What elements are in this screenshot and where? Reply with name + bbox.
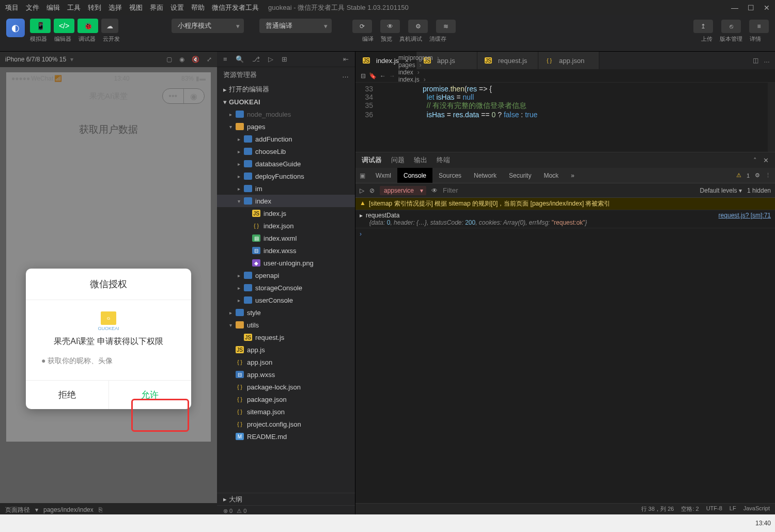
menu-选择[interactable]: 选择	[109, 3, 122, 12]
menu-微信开发者工具[interactable]: 微信开发者工具	[212, 3, 259, 12]
eol[interactable]: LF	[730, 505, 736, 513]
breadcrumb-miniprogram[interactable]: miniprogram	[398, 54, 439, 61]
dbg-tab-问题[interactable]: 问题	[391, 155, 405, 165]
breadcrumb-index[interactable]: index	[398, 69, 439, 76]
tree-item-pages[interactable]: ▾pages	[217, 120, 355, 133]
devtab-Wxml[interactable]: Wxml	[369, 168, 397, 183]
maximize-icon[interactable]: ☐	[748, 4, 754, 12]
tree-item-databaseGuide[interactable]: ▸databaseGuide	[217, 158, 355, 170]
menu-工具[interactable]: 工具	[67, 3, 81, 12]
upload-button[interactable]: ↥	[693, 20, 713, 33]
panel-up-icon[interactable]: ˄	[753, 157, 757, 164]
code-editor[interactable]: 33promise.then(res => {34 let isHas = nu…	[355, 83, 775, 152]
debug-icon[interactable]: ▷	[268, 55, 273, 63]
hidden-count[interactable]: 1 hidden	[747, 187, 771, 194]
tree-item-README.md[interactable]: MREADME.md	[217, 430, 355, 443]
tab-app.json[interactable]: { }app.json	[538, 52, 599, 69]
bookmark-icon[interactable]: 🔖	[369, 72, 377, 80]
tree-item-userConsole[interactable]: ▸userConsole	[217, 294, 355, 306]
devtab-Security[interactable]: Security	[503, 168, 537, 183]
clear-cache-button[interactable]: ≋	[436, 20, 456, 33]
tree-item-im[interactable]: ▸im	[217, 182, 355, 195]
tree-item-node_modules[interactable]: ▸node_modules	[217, 108, 355, 120]
dbg-tab-终端[interactable]: 终端	[437, 155, 450, 165]
indent-icon[interactable]: ⊟	[361, 72, 366, 80]
version-button[interactable]: ⎋	[721, 20, 741, 33]
breadcrumb-index.js[interactable]: index.js	[398, 76, 439, 83]
inspect-icon[interactable]: ▣	[355, 172, 369, 179]
language[interactable]: JavaScript	[743, 505, 770, 513]
debugger-button[interactable]: 🐞	[78, 19, 98, 33]
menu-视图[interactable]: 视图	[129, 3, 143, 12]
indent-info[interactable]: 空格: 2	[681, 505, 699, 513]
devtab-Console[interactable]: Console	[397, 168, 432, 183]
search-icon[interactable]: 🔍	[236, 55, 244, 63]
minimize-icon[interactable]: —	[731, 4, 738, 12]
devtab-more-icon[interactable]: »	[565, 168, 581, 183]
tree-item-storageConsole[interactable]: ▸storageConsole	[217, 281, 355, 294]
warn-badge-icon[interactable]: ⚠	[736, 172, 741, 179]
popout-icon[interactable]: ⤢	[207, 56, 212, 63]
encoding[interactable]: UTF-8	[706, 505, 722, 513]
tree-item-app.wxss[interactable]: ⊟app.wxss	[217, 368, 355, 381]
devtab-Mock[interactable]: Mock	[537, 168, 565, 183]
tree-item-index.js[interactable]: JSindex.js	[217, 207, 355, 220]
tree-item-project.config.json[interactable]: { }project.config.json	[217, 418, 355, 430]
detail-button[interactable]: ≡	[749, 20, 769, 33]
tab-request.js[interactable]: JSrequest.js	[477, 52, 538, 69]
tree-item-package.json[interactable]: { }package.json	[217, 393, 355, 405]
tree-item-user-unlogin.png[interactable]: ◆user-unlogin.png	[217, 257, 355, 269]
tree-item-addFunction[interactable]: ▸addFunction	[217, 133, 355, 145]
tree-item-index.wxml[interactable]: ▤index.wxml	[217, 232, 355, 244]
tree-item-deployFunctions[interactable]: ▸deployFunctions	[217, 170, 355, 182]
tree-item-app.js[interactable]: JSapp.js	[217, 343, 355, 356]
tree-item-package-lock.json[interactable]: { }package-lock.json	[217, 381, 355, 393]
panel-close-icon[interactable]: ✕	[763, 157, 769, 164]
dbg-tab-输出[interactable]: 输出	[414, 155, 427, 165]
open-editors-section[interactable]: ▸打开的编辑器	[217, 83, 355, 96]
outline-section[interactable]: ▸大纲	[217, 493, 355, 505]
warn-count[interactable]: ⚠ 0	[237, 508, 246, 514]
mute-icon[interactable]: 🔇	[192, 56, 199, 63]
tree-item-sitemap.json[interactable]: { }sitemap.json	[217, 405, 355, 418]
tree-item-openapi[interactable]: ▸openapi	[217, 269, 355, 281]
tree-item-index[interactable]: ▾index	[217, 195, 355, 207]
ext-icon[interactable]: ⊞	[282, 55, 287, 63]
menu-帮助[interactable]: 帮助	[191, 3, 205, 12]
simulator-button[interactable]: 📱	[30, 19, 51, 33]
menu-界面[interactable]: 界面	[150, 3, 163, 12]
collapse-icon[interactable]: ⇤	[343, 55, 349, 63]
clear-icon[interactable]: ⊘	[369, 187, 375, 194]
record-icon[interactable]: ◉	[179, 56, 184, 63]
tree-item-style[interactable]: ▸style	[217, 306, 355, 319]
forward-icon[interactable]: →	[389, 72, 395, 80]
minimap[interactable]	[768, 83, 775, 152]
menu-文件[interactable]: 文件	[26, 3, 39, 12]
error-count[interactable]: ⊗ 0	[223, 508, 233, 514]
menu-编辑[interactable]: 编辑	[47, 3, 60, 12]
breadcrumb-pages[interactable]: pages	[398, 61, 439, 69]
compile-select[interactable]: 普通编译	[259, 19, 332, 33]
preview-button[interactable]: 👁	[380, 20, 400, 33]
tree-item-utils[interactable]: ▾utils	[217, 319, 355, 331]
console-prompt[interactable]: ›	[355, 228, 775, 240]
project-root[interactable]: ▾GUOKEAI	[217, 96, 355, 108]
levels-select[interactable]: Default levels ▾	[700, 187, 742, 194]
close-icon[interactable]: ✕	[764, 4, 770, 12]
context-select[interactable]: appservice	[380, 186, 426, 195]
eye-icon[interactable]: 👁	[431, 187, 438, 194]
cursor-pos[interactable]: 行 38，列 26	[641, 505, 674, 513]
menu-转到[interactable]: 转到	[88, 3, 101, 12]
play-icon[interactable]: ▷	[360, 187, 364, 194]
dbg-tab-调试器[interactable]: 调试器	[362, 155, 382, 165]
remote-debug-button[interactable]: ⚙	[408, 20, 428, 33]
capsule-menu-icon[interactable]: •••	[163, 89, 184, 103]
devtab-Sources[interactable]: Sources	[432, 168, 468, 183]
split-icon[interactable]: ◫	[753, 57, 758, 64]
compile-button[interactable]: ⟳	[352, 20, 372, 33]
phone-icon[interactable]: ▢	[166, 56, 172, 63]
tree-item-app.json[interactable]: { }app.json	[217, 356, 355, 368]
menu-项目[interactable]: 项目	[5, 3, 19, 12]
more-icon[interactable]: …	[342, 71, 349, 79]
menu-icon[interactable]: ≡	[223, 55, 227, 63]
